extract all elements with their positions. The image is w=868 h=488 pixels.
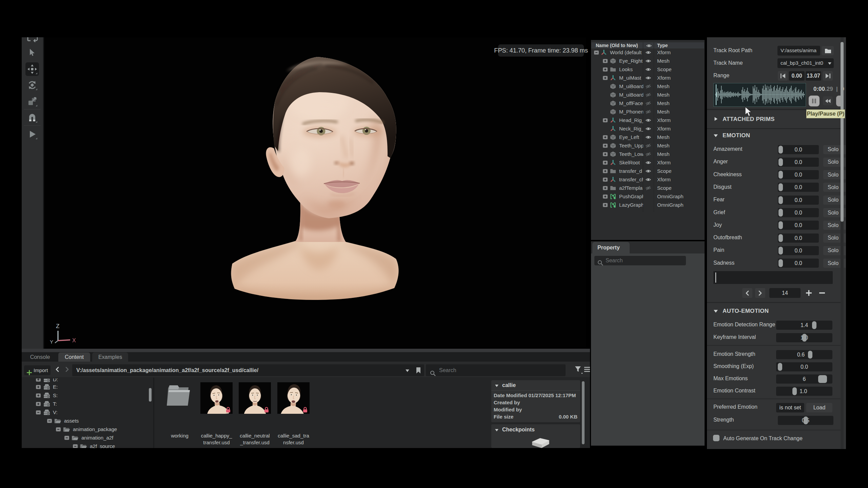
collapse-minus-icon[interactable] [594, 50, 599, 55]
collapse-minus-icon[interactable] [47, 419, 52, 423]
stage-row[interactable]: Eye_RightMesh [591, 57, 704, 65]
tree-item-s[interactable]: S: [22, 391, 153, 400]
tab-examples[interactable]: Examples [92, 352, 128, 362]
stage-row[interactable]: M_offFaceMesh [591, 99, 704, 107]
slider-handle[interactable] [818, 375, 827, 383]
keyframe-next-button[interactable] [755, 288, 765, 298]
content-search-input[interactable]: Search [426, 364, 566, 376]
visibility-eye-icon[interactable] [645, 75, 651, 81]
expand-plus-icon[interactable] [603, 135, 608, 139]
collapse-minus-icon[interactable] [56, 427, 61, 431]
section-caret-down-icon[interactable] [713, 134, 718, 138]
tree-scrollbar-thumb[interactable] [149, 388, 152, 402]
range-end-field[interactable]: 13.07 [806, 71, 821, 81]
rewind-button[interactable] [823, 96, 833, 105]
forward-button[interactable] [64, 367, 70, 372]
tab-console[interactable]: Console [24, 352, 56, 362]
auto-emotion-slider[interactable]: 1.4 [776, 321, 832, 330]
chevron-down-icon[interactable] [405, 369, 410, 372]
expand-plus-icon[interactable] [603, 144, 608, 148]
browse-folder-button[interactable] [822, 46, 834, 55]
auto-emotion-slider[interactable]: 0.6 [776, 350, 832, 359]
stage-row[interactable]: PushGraphOmniGraph [591, 192, 704, 201]
expand-plus-icon[interactable] [603, 186, 608, 190]
emotion-slider[interactable]: 0.0 [778, 233, 819, 243]
select-tool-button[interactable] [25, 46, 39, 60]
slider-handle[interactable] [792, 387, 797, 395]
info-scrollbar-thumb[interactable] [582, 381, 585, 444]
visibility-eye-icon[interactable] [645, 126, 651, 132]
slider-handle[interactable] [778, 259, 783, 267]
loop-button-clipped[interactable] [836, 96, 841, 106]
expand-plus-icon[interactable] [603, 67, 608, 72]
emotion-slider[interactable]: 0.0 [778, 208, 819, 217]
strength-slider[interactable]: 0.5 [778, 416, 833, 425]
tree-item-animationpackage[interactable]: animation_package [22, 425, 153, 433]
menu-burger-icon[interactable] [584, 366, 590, 372]
collapse-minus-icon[interactable] [73, 444, 78, 448]
section-caret-down-icon[interactable] [713, 309, 718, 313]
stage-row[interactable]: Teeth_LowMesh [591, 150, 704, 158]
stage-row[interactable]: M_PhonenMesh [591, 107, 704, 116]
stage-row[interactable]: Eye_LeftMesh [591, 133, 704, 141]
stage-row[interactable]: Teeth_UppMesh [591, 141, 704, 150]
emotion-slider[interactable]: 0.0 [778, 259, 819, 268]
stage-row[interactable]: transfer_dScope [591, 167, 704, 175]
play-tool-button[interactable] [25, 127, 39, 141]
grid-item-working[interactable]: working [166, 382, 193, 430]
tree-item-animationa2f[interactable]: animation_a2f [22, 433, 153, 442]
visibility-eye-off-icon[interactable] [645, 151, 651, 157]
emotion-slider[interactable]: 0.0 [778, 246, 819, 255]
slider-handle[interactable] [778, 196, 783, 204]
expand-plus-icon[interactable] [603, 178, 608, 182]
stage-row[interactable]: SkelRootXform [591, 158, 704, 167]
caret-down-icon[interactable] [495, 429, 499, 432]
visibility-eye-off-icon[interactable] [645, 143, 651, 149]
stage-row[interactable]: M_uiBoardMesh [591, 82, 704, 90]
slider-handle[interactable] [804, 416, 808, 424]
import-button[interactable]: Import [24, 365, 51, 375]
tab-content[interactable]: Content [58, 352, 90, 362]
a2f-scrollbar-thumb[interactable] [841, 42, 844, 222]
visibility-eye-icon[interactable] [645, 134, 651, 140]
slider-handle[interactable] [778, 234, 783, 242]
slider-handle[interactable] [802, 334, 807, 342]
bookmark-icon[interactable] [416, 367, 421, 374]
slider-handle[interactable] [812, 321, 816, 329]
stage-row[interactable]: Head_Rig_Xform [591, 116, 704, 124]
auto-emotion-slider[interactable]: 6 [776, 374, 832, 384]
visibility-eye-icon[interactable] [645, 168, 651, 174]
expand-plus-icon[interactable] [36, 385, 41, 389]
property-search-input[interactable]: Search [594, 256, 686, 265]
keyframe-remove-button[interactable] [816, 288, 827, 298]
filter-funnel-icon[interactable] [575, 366, 581, 372]
auto-emotion-slider[interactable]: 1.0 [776, 333, 832, 342]
visibility-eye-off-icon[interactable] [645, 83, 651, 89]
emotion-slider[interactable]: 0.0 [778, 170, 819, 179]
move-tool-button[interactable] [25, 62, 39, 76]
slider-handle[interactable] [778, 221, 783, 229]
stage-row[interactable]: M_uiMastXform [591, 74, 704, 82]
slider-handle[interactable] [778, 171, 783, 179]
emotion-slider[interactable]: 0.0 [778, 221, 819, 230]
tree-item-v[interactable]: V: [22, 408, 153, 416]
tree-item-e[interactable]: E: [22, 383, 153, 391]
visibility-eye-icon[interactable] [645, 58, 651, 64]
emotion-keyframe-strip[interactable] [713, 271, 833, 284]
expand-plus-icon[interactable] [36, 393, 41, 398]
stage-row[interactable]: World (defaultXform [591, 48, 704, 57]
expand-plus-icon[interactable] [603, 59, 608, 63]
expand-plus-icon[interactable] [36, 402, 41, 406]
grid-item-callieneutraltransferusd[interactable]: callie_neutral_transfer.usd [239, 382, 271, 430]
auto-emotion-slider[interactable]: 1.0 [776, 387, 832, 396]
expand-plus-icon[interactable] [603, 169, 608, 173]
visibility-eye-icon[interactable] [645, 117, 651, 123]
stage-row[interactable]: LazyGraphOmniGraph [591, 201, 704, 209]
auto-generate-checkbox[interactable] [713, 435, 719, 441]
expand-plus-icon[interactable] [603, 152, 608, 156]
slider-handle[interactable] [778, 146, 783, 154]
grid-item-calliesadtransferusd[interactable]: callie_sad_transfer.usd [277, 382, 310, 430]
tree-item-t[interactable]: T: [22, 400, 153, 408]
rotate-tool-button[interactable] [25, 78, 39, 92]
slider-handle[interactable] [778, 363, 782, 371]
